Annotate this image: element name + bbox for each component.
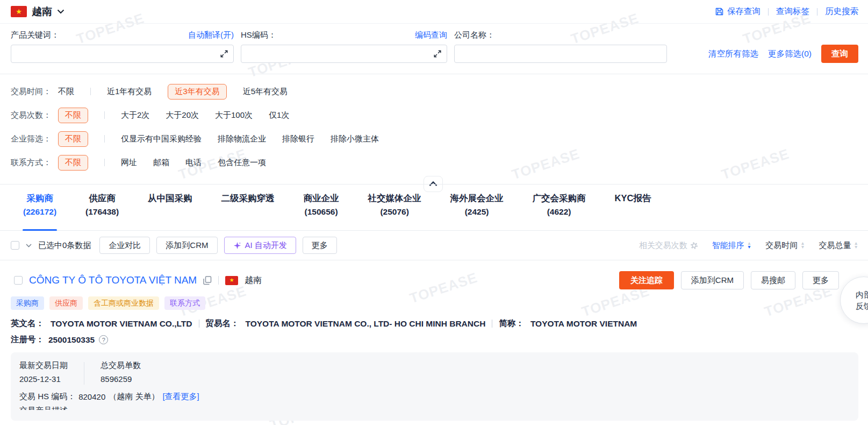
sort-related-label: 相关交易次数	[639, 240, 687, 251]
tab-buy-from-china[interactable]: 从中国采购	[133, 193, 207, 231]
more-button[interactable]: 更多	[802, 271, 839, 289]
total-orders-value: 8596259	[101, 374, 141, 384]
ai-develop-label: AI 自动开发	[245, 240, 287, 251]
filter-option[interactable]: 大于100次	[215, 110, 253, 121]
tab-count: (2425)	[450, 207, 504, 217]
expand-icon[interactable]	[220, 49, 228, 58]
company-header-row: CÔNG TY Ô TÔ TOYOTA VIỆT NAM ★ 越南 关注追踪 添…	[11, 271, 858, 289]
code-query-link[interactable]: 编码查询	[415, 30, 447, 40]
filter-option-selected[interactable]: 不限	[58, 155, 88, 171]
company-name-link[interactable]: CÔNG TY Ô TÔ TOYOTA VIỆT NAM	[29, 274, 197, 286]
divider	[768, 8, 769, 16]
tab-count: (4622)	[533, 207, 586, 217]
filter-option[interactable]: 不限	[58, 87, 74, 97]
result-tabs: 采购商 (226172) 供应商 (176438) 从中国采购 二级采购穿透 商…	[0, 184, 868, 231]
feedback-line1: 内部	[856, 289, 868, 300]
divider	[104, 135, 105, 143]
ai-develop-button[interactable]: AI 自动开发	[224, 237, 296, 254]
filter-option[interactable]: 邮箱	[153, 158, 169, 168]
top-links: 保存查询 查询标签 历史搜索	[715, 6, 858, 17]
divider	[492, 320, 492, 328]
filter-option[interactable]: 排除小微主体	[331, 134, 379, 144]
filter-panel: 交易时间： 不限 近1年有交易 近3年有交易 近5年有交易 交易次数： 不限 大…	[0, 74, 868, 184]
add-to-crm-button[interactable]: 添加到CRM	[156, 237, 217, 254]
add-to-crm-button[interactable]: 添加到CRM	[681, 271, 744, 289]
sort-time-label: 交易时间	[765, 240, 798, 251]
filter-option[interactable]: 排除物流企业	[218, 134, 266, 144]
search-button[interactable]: 查询	[821, 45, 858, 63]
save-query-label: 保存查询	[727, 6, 761, 17]
tab-canton-fair-buyers[interactable]: 广交会采购商 (4622)	[518, 193, 600, 231]
filter-option[interactable]: 仅显示有中国采购经验	[121, 134, 202, 144]
trade-name-label: 贸易名：	[206, 318, 239, 329]
filter-option[interactable]: 大于2次	[121, 110, 149, 121]
hs-code-value: 820420	[78, 392, 105, 401]
keyword-inputbox	[11, 45, 234, 63]
filter-option[interactable]: 网址	[121, 158, 137, 168]
divider	[90, 88, 91, 95]
sort-bar: 相关交易次数 智能排序 ▲▼ 交易时间 ▲▼ 交易总量 ▲▼	[639, 240, 858, 251]
more-button[interactable]: 更多	[303, 237, 337, 254]
country-selector[interactable]: ★ 越南	[11, 5, 64, 19]
hs-code-label: 交易 HS 编码：	[19, 392, 75, 402]
history-search-link[interactable]: 历史搜索	[825, 6, 858, 17]
sort-related-trades[interactable]: 相关交易次数	[639, 240, 698, 251]
filter-option[interactable]: 近5年有交易	[243, 87, 288, 97]
tab-buyers[interactable]: 采购商 (226172)	[9, 193, 71, 231]
filter-label: 联系方式：	[11, 158, 58, 168]
expand-icon[interactable]	[433, 49, 442, 58]
filter-option[interactable]: 排除银行	[282, 134, 314, 144]
tab-label: 社交媒体企业	[368, 193, 421, 204]
filter-option[interactable]: 包含任意一项	[218, 158, 266, 168]
auto-translate-toggle[interactable]: 自动翻译(开)	[188, 30, 234, 40]
country-name: 越南	[32, 5, 52, 19]
follow-track-button[interactable]: 关注追踪	[619, 271, 674, 289]
company-country: 越南	[245, 275, 262, 286]
query-tags-link[interactable]: 查询标签	[776, 6, 809, 17]
select-all-checkbox[interactable]	[11, 241, 19, 250]
gear-icon[interactable]	[690, 242, 698, 250]
clear-all-filters-link[interactable]: 清空所有筛选	[708, 48, 758, 60]
sort-trade-volume[interactable]: 交易总量 ▲▼	[819, 240, 858, 251]
filter-option[interactable]: 仅1次	[269, 110, 289, 121]
company-input[interactable]	[460, 49, 662, 58]
filter-option-selected[interactable]: 近3年有交易	[168, 84, 226, 100]
filter-label: 交易次数：	[11, 110, 58, 121]
filter-option-selected[interactable]: 不限	[58, 108, 88, 123]
tab-secondary-penetration[interactable]: 二级采购穿透	[207, 193, 289, 231]
save-query-link[interactable]: 保存查询	[715, 6, 761, 17]
tag-contact-info: 联系方式	[164, 296, 205, 310]
sort-smart[interactable]: 智能排序 ▲▼	[712, 240, 751, 251]
keyword-field-group: 产品关键词： 自动翻译(开)	[11, 30, 234, 63]
company-checkbox[interactable]	[14, 276, 23, 285]
filter-option[interactable]: 大于20次	[166, 110, 199, 121]
filter-option[interactable]: 近1年有交易	[107, 87, 152, 97]
easy-mail-button[interactable]: 易搜邮	[751, 271, 795, 289]
filter-option[interactable]: 电话	[185, 158, 202, 168]
view-more-link[interactable]: [查看更多]	[162, 392, 199, 402]
vietnam-flag-icon: ★	[11, 6, 27, 17]
tab-overseas-exhibition[interactable]: 海外展会企业 (2425)	[436, 193, 518, 231]
search-actions: 清空所有筛选 更多筛选(0) 查询	[708, 45, 858, 63]
tab-social-media-companies[interactable]: 社交媒体企业 (25076)	[354, 193, 436, 231]
tab-kyc-report[interactable]: KYC报告	[600, 193, 666, 231]
trade-search-page: TOPEASE TOPEASE TOPEASE TOPEASE TOPEASE …	[0, 0, 868, 425]
filter-option-selected[interactable]: 不限	[58, 131, 88, 147]
copy-icon[interactable]	[203, 276, 212, 285]
sort-trade-time[interactable]: 交易时间 ▲▼	[765, 240, 805, 251]
chevron-down-icon[interactable]	[26, 244, 32, 247]
tab-commercial-companies[interactable]: 商业企业 (150656)	[289, 193, 354, 231]
hscode-input[interactable]	[246, 49, 433, 58]
tab-suppliers[interactable]: 供应商 (176438)	[71, 193, 133, 231]
sort-carets-icon: ▲▼	[747, 242, 751, 249]
keyword-input[interactable]	[16, 49, 220, 58]
tab-label: 海外展会企业	[450, 193, 504, 204]
help-icon[interactable]: ?	[99, 335, 108, 344]
hscode-label: HS编码：	[241, 30, 276, 40]
divider	[817, 8, 817, 16]
more-filters-link[interactable]: 更多筛选(0)	[768, 48, 812, 60]
compare-button[interactable]: 企业对比	[99, 237, 150, 254]
hs-code-note: （越南 关单）	[109, 392, 159, 402]
short-name-label: 简称：	[499, 318, 524, 329]
divider	[84, 362, 84, 385]
